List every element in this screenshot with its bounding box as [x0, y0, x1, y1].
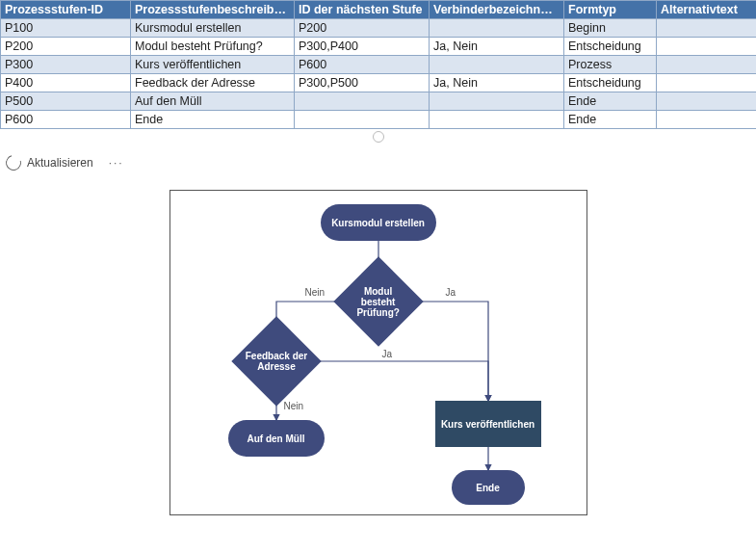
- cell[interactable]: [657, 19, 757, 38]
- edge-label-no-1: Nein: [305, 287, 326, 298]
- toolbar: Aktualisieren ···: [0, 145, 756, 180]
- cell[interactable]: P200: [295, 19, 430, 38]
- cell[interactable]: P600: [295, 56, 430, 74]
- cell[interactable]: [430, 111, 564, 129]
- cell[interactable]: Entscheidung: [564, 74, 657, 92]
- cell[interactable]: [657, 111, 757, 129]
- cell[interactable]: Prozess: [564, 56, 657, 74]
- cell[interactable]: Kurs veröffentlichen: [131, 56, 295, 74]
- table-row[interactable]: P100Kursmodul erstellenP200Beginn: [1, 19, 757, 38]
- cell[interactable]: [657, 56, 757, 74]
- cell[interactable]: [430, 92, 564, 111]
- cell[interactable]: P600: [1, 111, 131, 129]
- cell[interactable]: [430, 19, 564, 38]
- cell[interactable]: Ende: [564, 92, 657, 111]
- cell[interactable]: Beginn: [564, 19, 657, 38]
- col-header[interactable]: Verbinderbezeichnung: [430, 1, 564, 19]
- cell[interactable]: [295, 92, 430, 111]
- table-row[interactable]: P200Modul besteht Prüfung?P300,P400Ja, N…: [1, 38, 757, 56]
- cell[interactable]: Entscheidung: [564, 38, 657, 56]
- cell[interactable]: P300,P400: [295, 38, 430, 56]
- cell[interactable]: Auf den Müll: [131, 92, 295, 111]
- refresh-icon: [3, 152, 24, 173]
- col-header[interactable]: ID der nächsten Stufe: [295, 1, 430, 19]
- cell[interactable]: Ja, Nein: [430, 38, 564, 56]
- cell[interactable]: Kursmodul erstellen: [131, 19, 295, 38]
- flow-node-end[interactable]: Ende: [452, 470, 525, 505]
- cell[interactable]: [430, 56, 564, 74]
- cell[interactable]: P200: [1, 38, 131, 56]
- refresh-label: Aktualisieren: [27, 156, 93, 170]
- table-row[interactable]: P500Auf den MüllEnde: [1, 92, 757, 111]
- cell[interactable]: P500: [1, 92, 131, 111]
- col-header[interactable]: Formtyp: [564, 1, 657, 19]
- flow-node-process[interactable]: Kurs veröffentlichen: [435, 401, 541, 447]
- cell[interactable]: Ende: [131, 111, 295, 129]
- table-row[interactable]: P400Feedback der AdresseP300,P500Ja, Nei…: [1, 74, 757, 92]
- flowchart-canvas[interactable]: Kursmodul erstellen Modul besteht Prüfun…: [169, 190, 587, 515]
- edge-label-no-2: Nein: [284, 401, 304, 411]
- refresh-button[interactable]: Aktualisieren: [6, 155, 93, 171]
- cell[interactable]: [657, 38, 757, 56]
- col-header[interactable]: Alternativtext: [657, 1, 757, 19]
- cell[interactable]: [295, 111, 430, 129]
- cell[interactable]: P300,P500: [295, 74, 430, 92]
- edge-label-yes-1: Ja: [446, 287, 456, 298]
- flow-node-trash[interactable]: Auf den Müll: [228, 420, 325, 457]
- resize-handle-icon[interactable]: [0, 131, 756, 145]
- cell[interactable]: Modul besteht Prüfung?: [131, 38, 295, 56]
- table-row[interactable]: P600EndeEnde: [1, 111, 757, 129]
- cell[interactable]: [657, 92, 757, 111]
- process-table[interactable]: Prozessstufen-IDProzessstufenbeschreibun…: [0, 0, 756, 129]
- edge-label-yes-2: Ja: [382, 349, 393, 359]
- col-header[interactable]: Prozessstufen-ID: [1, 1, 131, 19]
- flow-node-start[interactable]: Kursmodul erstellen: [321, 204, 436, 241]
- cell[interactable]: P400: [1, 74, 131, 92]
- cell[interactable]: Feedback der Adresse: [131, 74, 295, 92]
- cell[interactable]: Ende: [564, 111, 657, 129]
- cell[interactable]: [657, 74, 757, 92]
- more-button[interactable]: ···: [109, 156, 124, 170]
- cell[interactable]: P100: [1, 19, 131, 38]
- col-header[interactable]: Prozessstufenbeschreibung: [131, 1, 295, 19]
- cell[interactable]: Ja, Nein: [430, 74, 564, 92]
- cell[interactable]: P300: [1, 56, 131, 74]
- table-row[interactable]: P300Kurs veröffentlichenP600Prozess: [1, 56, 757, 74]
